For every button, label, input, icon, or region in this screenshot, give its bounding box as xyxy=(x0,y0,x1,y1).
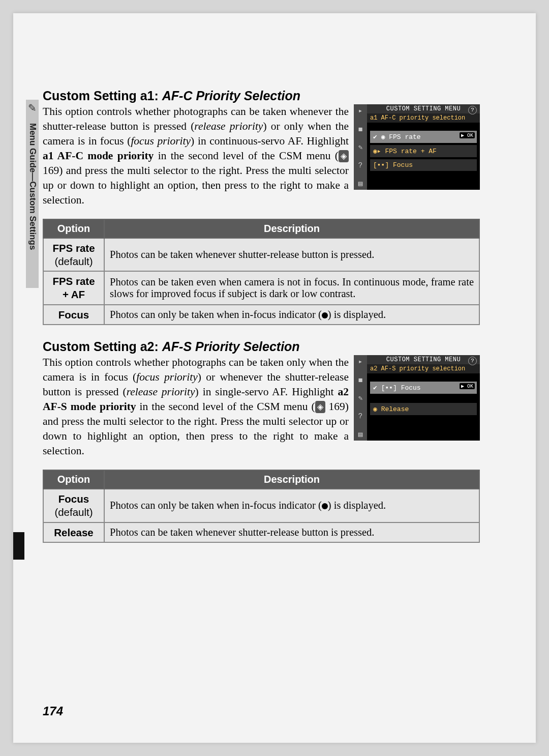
screenshot-title: CUSTOM SETTING MENU xyxy=(367,355,480,364)
focus-dot-icon xyxy=(322,312,328,318)
heading-a1-title: AF-C Priority Selection xyxy=(162,89,300,103)
opt-desc: Photos can be taken whenever shutter-rel… xyxy=(104,522,479,543)
section-a1: Custom Setting a1: AF-C Priority Selecti… xyxy=(43,89,480,325)
camera-screenshot-a2: ▸ ◼ ✎ ? ▤ CUSTOM SETTING MENU ? a2 AF-S … xyxy=(354,355,480,441)
th-option: Option xyxy=(43,470,104,489)
opt-desc: Photos can only be taken when in-focus i… xyxy=(104,305,479,325)
opt-name: FPS rate+ AF xyxy=(52,275,95,300)
card-icon: ▤ xyxy=(358,179,362,188)
screenshot-row: ◉▸ FPS rate + AF xyxy=(370,145,477,157)
opt-name: Focus xyxy=(58,309,89,321)
opt-sub: (default) xyxy=(54,255,93,267)
table-row: Release Photos can be taken whenever shu… xyxy=(43,522,479,543)
page-ref-num: 169 xyxy=(43,164,59,177)
manual-page: ✎ Menu Guide—Custom Settings Custom Sett… xyxy=(13,13,536,743)
screenshot-row: ◉ Release xyxy=(370,403,477,415)
opt-name: Focus xyxy=(58,493,89,505)
focus-dot-icon xyxy=(322,503,328,509)
page-ref-icon: ◈ xyxy=(315,401,325,413)
screenshot-row-selected: ✔ [▪▪] Focus ▶ OK xyxy=(370,382,477,394)
screenshot-row-selected: ✔ ◉ FPS rate ▶ OK xyxy=(370,131,477,143)
heading-a2: Custom Setting a2: AF-S Priority Selecti… xyxy=(43,339,480,354)
section-a2: Custom Setting a2: AF-S Priority Selecti… xyxy=(43,339,480,543)
heading-a2-title: AF-S Priority Selection xyxy=(162,339,300,354)
screenshot-sidebar-icons: ▸ ◼ ✎ ? ▤ xyxy=(354,104,367,190)
opt-name: FPS rate xyxy=(52,242,95,254)
camera-screenshot-a1: ▸ ◼ ✎ ? ▤ CUSTOM SETTING MENU ? a1 AF-C … xyxy=(354,104,480,190)
pencil-icon: ✎ xyxy=(26,100,39,114)
options-table-a1: Option Description FPS rate(default) Pho… xyxy=(43,219,480,325)
pencil-icon: ✎ xyxy=(358,394,362,402)
opt-sub: (default) xyxy=(54,506,93,518)
ok-badge: ▶ OK xyxy=(460,383,475,389)
camera-icon: ◼ xyxy=(358,125,362,133)
heading-a1-prefix: Custom Setting a1: xyxy=(43,89,159,103)
heading-a1: Custom Setting a1: AF-C Priority Selecti… xyxy=(43,89,480,103)
opt-desc: Photos can be taken even when camera is … xyxy=(104,271,479,304)
wrench-icon: ? xyxy=(358,412,362,420)
table-row: FPS rate(default) Photos can be taken wh… xyxy=(43,238,479,271)
opt-desc: Photos can only be taken when in-focus i… xyxy=(104,489,479,522)
screenshot-row: [▪▪] Focus xyxy=(370,159,477,171)
th-option: Option xyxy=(43,219,104,238)
opt-desc: Photos can be taken whenever shutter-rel… xyxy=(104,238,479,271)
screenshot-sidebar-icons: ▸ ◼ ✎ ? ▤ xyxy=(354,355,367,441)
page-number: 174 xyxy=(43,704,63,718)
table-row: FPS rate+ AF Photos can be taken even wh… xyxy=(43,271,479,304)
side-tab-label: Menu Guide—Custom Settings xyxy=(26,114,38,250)
side-tab: ✎ Menu Guide—Custom Settings xyxy=(26,100,39,288)
play-icon: ▸ xyxy=(358,106,362,115)
th-description: Description xyxy=(104,470,479,489)
screenshot-title: CUSTOM SETTING MENU xyxy=(367,104,480,113)
th-description: Description xyxy=(104,219,479,238)
wrench-icon: ? xyxy=(358,161,362,169)
table-row: Focus(default) Photos can only be taken … xyxy=(43,489,479,522)
help-icon: ? xyxy=(468,106,477,114)
page-ref-icon: ◈ xyxy=(339,150,349,162)
screenshot-subtitle: a2 AF-S priority selection xyxy=(367,364,480,373)
options-table-a2: Option Description Focus(default) Photos… xyxy=(43,470,480,543)
play-icon: ▸ xyxy=(358,357,362,366)
thumb-index-marker xyxy=(13,532,24,560)
heading-a2-prefix: Custom Setting a2: xyxy=(43,339,159,354)
camera-icon: ◼ xyxy=(358,375,362,384)
pencil-icon: ✎ xyxy=(358,143,362,152)
opt-name: Release xyxy=(54,527,94,538)
card-icon: ▤ xyxy=(358,430,362,439)
table-row: Focus Photos can only be taken when in-f… xyxy=(43,305,479,325)
screenshot-subtitle: a1 AF-C priority selection xyxy=(367,113,480,123)
page-ref-num: 169 xyxy=(329,400,345,413)
ok-badge: ▶ OK xyxy=(460,132,475,138)
